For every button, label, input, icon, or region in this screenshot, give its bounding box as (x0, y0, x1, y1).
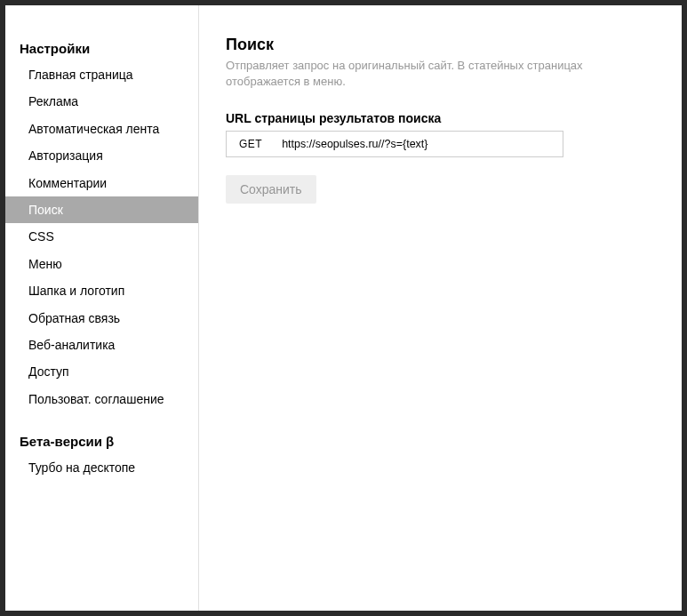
sidebar-item-home[interactable]: Главная страница (5, 61, 198, 88)
app-frame: Настройки Главная страница Реклама Автом… (5, 5, 682, 611)
sidebar-item-label: Реклама (28, 94, 78, 108)
sidebar-item-menu[interactable]: Меню (5, 251, 198, 277)
page-description: Отправляет запрос на оригинальный сайт. … (226, 58, 652, 90)
sidebar-item-label: Главная страница (28, 68, 133, 82)
sidebar-item-ads[interactable]: Реклама (5, 88, 198, 115)
sidebar-item-turbo-desktop[interactable]: Турбо на десктопе (5, 454, 198, 481)
sidebar-item-label: Доступ (28, 364, 69, 379)
sidebar-item-auth[interactable]: Авторизация (5, 142, 198, 169)
page-title: Поиск (226, 36, 655, 54)
save-button[interactable]: Сохранить (226, 175, 316, 204)
sidebar: Настройки Главная страница Реклама Автом… (5, 5, 199, 611)
main-content: Поиск Отправляет запрос на оригинальный … (199, 5, 682, 611)
http-method: GET (227, 138, 275, 150)
sidebar-item-search[interactable]: Поиск (5, 196, 198, 223)
sidebar-item-label: Меню (28, 257, 62, 271)
sidebar-section-settings: Настройки (5, 32, 198, 61)
sidebar-item-label: Шапка и логотип (28, 284, 124, 298)
sidebar-item-label: CSS (28, 229, 54, 244)
sidebar-item-label: Поиск (28, 203, 63, 217)
sidebar-item-label: Турбо на десктопе (28, 460, 135, 475)
sidebar-item-header-logo[interactable]: Шапка и логотип (5, 277, 198, 304)
sidebar-item-label: Веб-аналитика (28, 338, 115, 352)
url-field-label: URL страницы результатов поиска (226, 111, 655, 125)
sidebar-item-label: Пользоват. соглашение (28, 392, 164, 406)
sidebar-item-css[interactable]: CSS (5, 223, 198, 250)
sidebar-item-label: Обратная связь (28, 311, 120, 325)
sidebar-item-comments[interactable]: Комментарии (5, 170, 198, 196)
url-input[interactable] (275, 132, 563, 156)
sidebar-item-label: Комментарии (28, 176, 107, 190)
sidebar-item-terms[interactable]: Пользоват. соглашение (5, 386, 198, 412)
sidebar-section-beta: Бета-версии β (5, 425, 198, 454)
sidebar-item-access[interactable]: Доступ (5, 358, 198, 385)
sidebar-item-label: Автоматическая лента (28, 122, 159, 136)
sidebar-item-label: Авторизация (28, 148, 103, 163)
sidebar-item-feedback[interactable]: Обратная связь (5, 305, 198, 332)
url-input-row: GET (226, 131, 563, 157)
sidebar-item-autofeed[interactable]: Автоматическая лента (5, 116, 198, 142)
sidebar-item-analytics[interactable]: Веб-аналитика (5, 332, 198, 358)
